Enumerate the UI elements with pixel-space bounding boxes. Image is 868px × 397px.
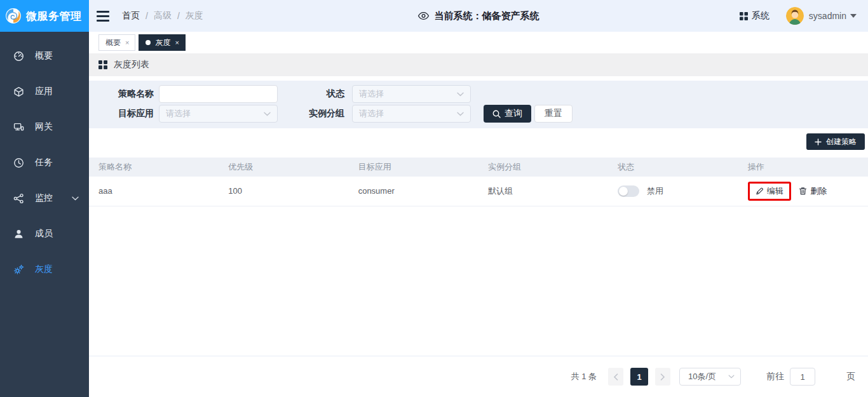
col-target-app: 目标应用 [349, 158, 478, 177]
close-icon[interactable]: × [125, 39, 129, 46]
next-page-button[interactable] [655, 368, 670, 386]
cell-priority: 100 [219, 177, 348, 206]
cell-status: 禁用 [608, 177, 738, 206]
grid-icon [98, 60, 107, 69]
cell-policy-name: aaa [89, 177, 219, 206]
app-window: 微服务管理 概要 应用 网关 任务 监控 [0, 0, 868, 397]
sidebar-item-applications[interactable]: 应用 [0, 74, 89, 109]
instance-group-placeholder: 请选择 [359, 108, 384, 119]
breadcrumb-advanced: 高级 [154, 10, 172, 22]
table-header-row: 策略名称 优先级 目标应用 实例分组 状态 操作 [89, 158, 868, 177]
share-nodes-icon [13, 193, 24, 204]
section-header: 灰度列表 [89, 53, 868, 76]
target-app-label: 目标应用 [89, 108, 154, 119]
search-icon [492, 110, 501, 118]
tab-overview[interactable]: 概要 × [98, 34, 135, 51]
sidebar-item-members[interactable]: 成员 [0, 216, 89, 252]
tab-label: 概要 [105, 37, 121, 48]
page-size-value: 10条/页 [688, 371, 716, 382]
clock-icon [13, 158, 24, 168]
user-icon [13, 229, 24, 239]
delete-button[interactable]: 删除 [799, 185, 827, 197]
edit-button[interactable]: 编辑 [756, 185, 783, 197]
tab-label: 灰度 [155, 37, 170, 48]
chevron-down-icon [728, 375, 735, 379]
eye-icon [418, 11, 430, 20]
grid-icon [740, 12, 748, 20]
main-area: 首页 / 高级 / 灰度 当前系统：储备资产系统 系统 sysadmin [89, 0, 868, 397]
sidebar-item-overview[interactable]: 概要 [0, 38, 89, 74]
status-text: 禁用 [647, 186, 663, 196]
app-title: 微服务管理 [26, 9, 82, 24]
section-title: 灰度列表 [114, 59, 149, 71]
chevron-down-icon [72, 196, 79, 201]
avatar[interactable] [786, 7, 804, 25]
sidebar-item-tasks[interactable]: 任务 [0, 145, 89, 180]
sidebar: 微服务管理 概要 应用 网关 任务 监控 [0, 0, 89, 397]
gears-icon [13, 264, 24, 275]
create-policy-button[interactable]: 创建策略 [806, 133, 865, 150]
status-toggle[interactable] [618, 185, 639, 197]
reset-button[interactable]: 重置 [534, 105, 573, 123]
page-size-select[interactable]: 10条/页 [679, 368, 741, 386]
pagination-bar: 共 1 条 1 10条/页 前往 页 [89, 356, 868, 397]
cell-target-app: consumer [349, 177, 478, 206]
sidebar-item-graylevel[interactable]: 灰度 [0, 252, 89, 287]
breadcrumb: 首页 / 高级 / 灰度 [122, 10, 203, 22]
hamburger-menu-icon[interactable] [97, 11, 109, 22]
prev-page-button[interactable] [608, 368, 623, 386]
breadcrumb-home[interactable]: 首页 [122, 10, 140, 22]
search-button[interactable]: 查询 [484, 105, 531, 123]
top-header: 首页 / 高级 / 灰度 当前系统：储备资产系统 系统 sysadmin [89, 0, 868, 32]
col-priority: 优先级 [219, 158, 348, 177]
filter-panel: 策略名称 状态 请选择 目标应用 请选择 实例分组 请选择 [89, 81, 868, 128]
breadcrumb-gray: 灰度 [186, 10, 203, 22]
app-logo[interactable]: 微服务管理 [0, 0, 89, 32]
sidebar-item-monitoring[interactable]: 监控 [0, 180, 89, 216]
status-label: 状态 [278, 88, 344, 100]
pagination-total: 共 1 条 [571, 371, 597, 382]
brand-swirl-icon [5, 8, 22, 24]
tab-gray[interactable]: 灰度 × [139, 34, 185, 51]
current-system-indicator: 当前系统：储备资产系统 [418, 10, 539, 22]
col-actions: 操作 [738, 158, 868, 177]
sidebar-item-label: 任务 [35, 157, 53, 168]
sidebar-item-label: 网关 [35, 121, 53, 133]
system-switch-label: 系统 [752, 10, 770, 22]
goto-label: 前往 [766, 371, 784, 382]
chevron-down-icon [457, 92, 464, 97]
cube-icon [13, 86, 24, 97]
system-switch-button[interactable]: 系统 [740, 10, 770, 22]
instance-group-select[interactable]: 请选择 [352, 105, 471, 123]
sidebar-nav: 概要 应用 网关 任务 监控 成员 [0, 32, 89, 287]
username-text: sysadmin [809, 11, 846, 21]
pencil-icon [756, 187, 764, 195]
current-system-text: 当前系统：储备资产系统 [435, 10, 539, 22]
user-menu[interactable]: sysadmin [809, 11, 857, 21]
policy-name-label: 策略名称 [89, 88, 154, 100]
chevron-down-icon [457, 112, 464, 116]
trash-icon [799, 187, 807, 195]
sidebar-item-gateway[interactable]: 网关 [0, 109, 89, 145]
col-policy-name: 策略名称 [89, 158, 219, 177]
caret-down-icon [850, 14, 857, 18]
close-icon[interactable]: × [175, 39, 179, 46]
content-area: 创建策略 策略名称 优先级 目标应用 实例分组 状态 操作 aa [89, 128, 868, 397]
col-instance-group: 实例分组 [478, 158, 608, 177]
current-page[interactable]: 1 [630, 368, 648, 386]
sidebar-item-label: 监控 [35, 192, 53, 204]
sidebar-item-label: 概要 [35, 50, 53, 62]
target-app-placeholder: 请选择 [166, 108, 191, 119]
policy-name-input[interactable] [159, 85, 278, 103]
sidebar-item-label: 成员 [35, 228, 53, 239]
table-row: aaa 100 consumer 默认组 禁用 编辑 [89, 177, 868, 206]
target-app-select[interactable]: 请选择 [159, 105, 278, 123]
gateway-icon [13, 122, 24, 133]
status-select[interactable]: 请选择 [352, 85, 471, 103]
goto-page-input[interactable] [790, 368, 815, 386]
active-dot-icon [146, 40, 151, 45]
cell-actions: 编辑 删除 [738, 177, 868, 206]
annotation-highlight: 编辑 [748, 182, 791, 201]
status-placeholder: 请选择 [359, 88, 384, 100]
tab-bar: 概要 × 灰度 × [89, 32, 868, 53]
